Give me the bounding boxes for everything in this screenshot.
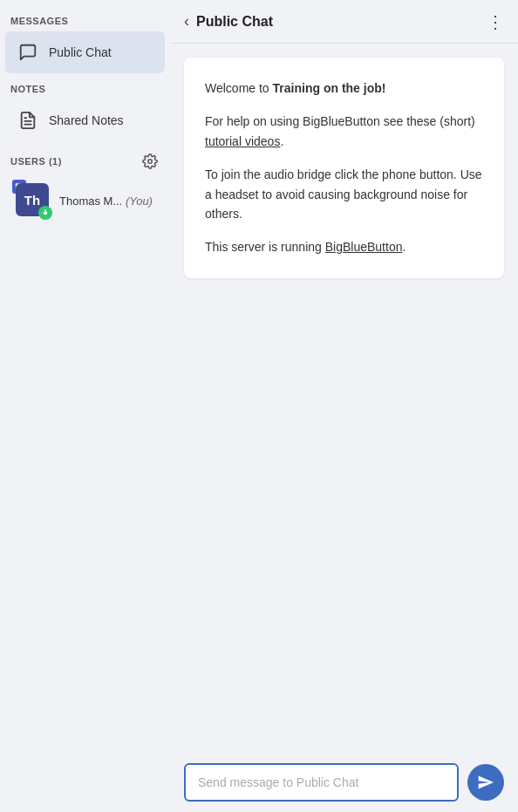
- notes-section-label: NOTES: [0, 75, 170, 98]
- back-arrow-icon[interactable]: ‹: [184, 12, 189, 31]
- welcome-bold: Training on the job!: [273, 81, 386, 95]
- public-chat-label: Public Chat: [49, 45, 112, 59]
- user-item-thomas: Th Thomas M... (You): [5, 176, 165, 225]
- chat-header: ‹ Public Chat ⋮: [170, 0, 518, 44]
- users-section-label: USERS (1): [10, 156, 62, 167]
- welcome-card: Welcome to Training on the job! For help…: [184, 58, 504, 278]
- users-settings-icon[interactable]: [140, 152, 160, 171]
- welcome-line1: Welcome to Training on the job!: [205, 78, 483, 98]
- user-name-label: Thomas M... (You): [59, 194, 153, 208]
- mic-badge-icon: [38, 206, 52, 220]
- welcome-line2: For help on using BigBlueButton see thes…: [205, 112, 483, 151]
- chat-icon: [16, 40, 40, 65]
- send-message-button[interactable]: [467, 764, 504, 801]
- welcome-line3: To join the audio bridge click the phone…: [205, 165, 483, 223]
- avatar-container: Th: [16, 183, 51, 218]
- sidebar: MESSAGES Public Chat NOTES Shared Notes …: [0, 0, 170, 812]
- sidebar-item-public-chat[interactable]: Public Chat: [5, 31, 165, 73]
- chat-input-area: [170, 753, 518, 812]
- bigbluebutton-link[interactable]: BigBlueButton: [325, 240, 403, 254]
- main-chat-area: ‹ Public Chat ⋮ Welcome to Training on t…: [170, 0, 518, 812]
- notes-icon: [16, 108, 40, 133]
- sidebar-item-shared-notes[interactable]: Shared Notes: [5, 99, 165, 141]
- svg-point-2: [148, 160, 153, 164]
- chat-header-title: Public Chat: [196, 14, 273, 30]
- welcome-line4: This server is running BigBlueButton.: [205, 237, 483, 256]
- send-icon: [477, 774, 494, 791]
- shared-notes-label: Shared Notes: [49, 113, 124, 127]
- users-section-header: USERS (1): [0, 143, 170, 174]
- messages-section-label: MESSAGES: [0, 7, 170, 30]
- tutorial-videos-link[interactable]: tutorial videos: [205, 134, 280, 148]
- chat-messages: Welcome to Training on the job! For help…: [170, 44, 518, 753]
- chat-header-left: ‹ Public Chat: [184, 12, 273, 31]
- kebab-menu-icon[interactable]: ⋮: [487, 13, 504, 31]
- chat-message-input[interactable]: [184, 763, 459, 802]
